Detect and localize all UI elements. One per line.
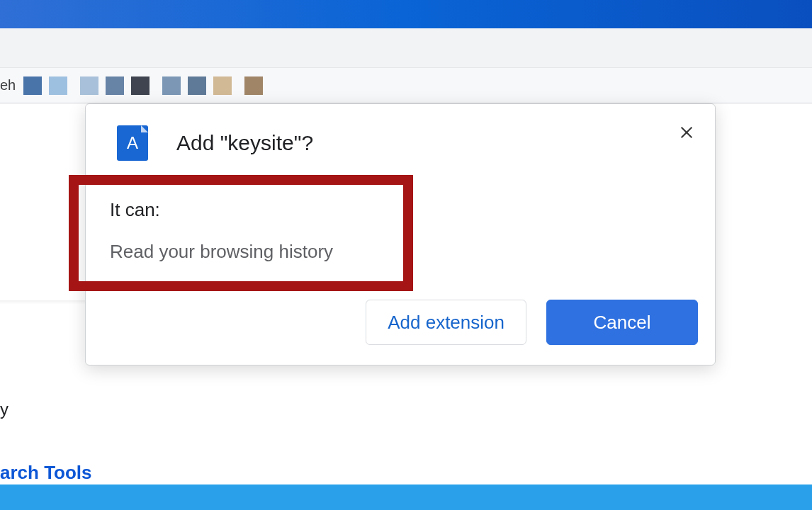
close-icon <box>679 125 694 140</box>
bookmark-favicon[interactable] <box>188 76 206 95</box>
permission-item: Read your browsing history <box>110 241 333 263</box>
dialog-title: Add "keysite"? <box>176 131 313 155</box>
browser-tabstrip <box>0 28 812 68</box>
window-taskbar-band <box>0 484 812 510</box>
permissions-heading: It can: <box>110 199 333 221</box>
bookmark-favicon[interactable] <box>23 76 42 95</box>
search-tools-link[interactable]: arch Tools <box>0 462 92 484</box>
extension-icon: A <box>117 125 148 161</box>
bookmark-favicon[interactable] <box>80 76 98 95</box>
cancel-button[interactable]: Cancel <box>546 300 698 345</box>
dialog-button-row: Add extension Cancel <box>366 300 698 345</box>
toolbar-shadow <box>0 300 85 305</box>
bookmark-favicon[interactable] <box>106 76 124 95</box>
extension-icon-letter: A <box>127 133 138 153</box>
bookmarks-bar: eh <box>0 68 812 103</box>
permissions-section: It can: Read your browsing history <box>110 199 333 263</box>
add-extension-button[interactable]: Add extension <box>366 300 526 345</box>
add-extension-dialog: A Add "keysite"? It can: Read your brows… <box>85 103 716 366</box>
bookmark-favicon[interactable] <box>131 76 150 95</box>
bookmark-favicon[interactable] <box>162 76 181 95</box>
bookmark-favicon[interactable] <box>49 76 67 95</box>
page-text-fragment: y <box>0 400 9 419</box>
bookmark-text-fragment: eh <box>0 77 20 94</box>
bookmark-favicon[interactable] <box>244 76 263 95</box>
dialog-header: A Add "keysite"? <box>86 104 715 161</box>
bookmark-favicon[interactable] <box>213 76 232 95</box>
close-button[interactable] <box>674 120 699 145</box>
window-titlebar-band <box>0 0 812 28</box>
